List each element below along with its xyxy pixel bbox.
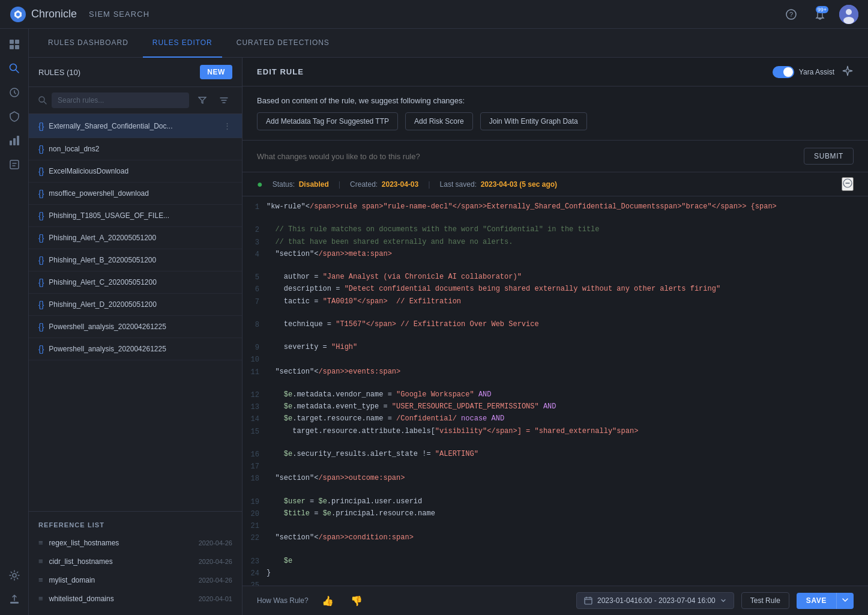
tab-rules-editor[interactable]: RULES EDITOR — [143, 29, 222, 58]
code-editor[interactable]: 1 "kw-rule"</span>>rule span>"rule-name-… — [243, 196, 868, 586]
ref-date-label: 2020-04-26 — [199, 539, 232, 547]
rule-brace-icon: {} — [38, 300, 44, 309]
code-line: 10 — [243, 354, 868, 366]
rule-name-label: msoffice_powershell_download — [49, 189, 232, 198]
rule-item[interactable]: {} Powershell_analysis_202004261225 — [29, 316, 242, 338]
rule-item[interactable]: {} Powershell_analysis_202004261225 — [29, 338, 242, 360]
rule-brace-icon: {} — [38, 166, 44, 176]
rule-name-label: Phishing_T1805_USAGE_OF_FILE... — [49, 211, 232, 220]
code-line: 7 tactic = "TA0010"</span> // Exfiltrati… — [243, 296, 868, 319]
bottom-bar: How Was Rule? 👍 👎 2023-01-0416:00 - 2023… — [243, 586, 868, 615]
suggestion-btn-risk[interactable]: Add Risk Score — [405, 112, 473, 130]
test-rule-button[interactable]: Test Rule — [741, 592, 789, 609]
status-collapse-button[interactable] — [842, 177, 854, 191]
sidebar-search-btn[interactable] — [4, 58, 25, 79]
sidebar-dashboard-btn[interactable] — [4, 130, 25, 151]
line-content: "kw-rule"</span>>rule span>"rule-name-de… — [267, 201, 868, 224]
rule-brace-icon: {} — [38, 144, 44, 154]
chronicle-logo-icon — [10, 6, 26, 23]
sidebar-upload-btn[interactable] — [4, 589, 25, 610]
rule-item[interactable]: {} Phishing_Alert_D_202005051200 — [29, 294, 242, 316]
feedback-label: How Was Rule? — [257, 596, 309, 605]
rule-name-label: non_local_dns2 — [49, 145, 232, 153]
rule-item[interactable]: {} Externally_Shared_Confidential_Doc...… — [29, 114, 242, 138]
sidebar-home-btn[interactable] — [4, 34, 25, 55]
code-line: 11 "section"</span>>events:span> — [243, 366, 868, 389]
help-button[interactable]: ? — [782, 5, 801, 24]
line-number: 25 — [243, 580, 267, 586]
ref-date-label: 2020-04-26 — [199, 558, 232, 565]
code-line: 4 "section"</span>>meta:span> — [243, 249, 868, 271]
code-line: 18 "section"</span>>outcome:span> — [243, 473, 868, 495]
rule-item[interactable]: {} Phishing_Alert_B_202005051200 — [29, 249, 242, 271]
rule-item[interactable]: {} Phishing_Alert_A_202005051200 — [29, 227, 242, 249]
rule-item[interactable]: {} non_local_dns2 — [29, 138, 242, 160]
list-icon: ≡ — [38, 538, 43, 547]
line-content: severity = "High" — [267, 342, 868, 353]
sidebar-settings-btn[interactable] — [4, 565, 25, 586]
tab-bar: RULES DASHBOARD RULES EDITOR CURATED DET… — [29, 29, 868, 58]
submit-button[interactable]: SUBMIT — [804, 148, 854, 165]
rule-name-label: Phishing_Alert_D_202005051200 — [49, 300, 232, 309]
tab-rules-dashboard[interactable]: RULES DASHBOARD — [38, 29, 138, 58]
rules-header: RULES (10) NEW — [29, 58, 242, 87]
suggestion-btn-entity[interactable]: Join With Entity Graph Data — [480, 112, 587, 130]
notifications-button[interactable]: 99+ — [810, 5, 830, 24]
list-icon: ≡ — [38, 594, 43, 603]
line-number: 21 — [243, 520, 267, 532]
chat-input[interactable] — [257, 152, 797, 161]
svg-point-6 — [843, 17, 854, 24]
line-number: 16 — [243, 449, 267, 461]
ref-item[interactable]: ≡ cidr_list_hostnames 2020-04-26 — [29, 552, 242, 571]
sidebar-rules-btn[interactable] — [4, 154, 25, 175]
code-line: 5 author = "Jane Analyst (via Chronicle … — [243, 271, 868, 283]
tab-curated-detections[interactable]: CURATED DETECTIONS — [227, 29, 339, 58]
search-input[interactable] — [52, 92, 189, 108]
ref-item[interactable]: ≡ regex_list_hostnames 2020-04-26 — [29, 533, 242, 552]
yara-assist-label: Yara Assist — [799, 68, 834, 76]
line-content: tactic = "TA0010"</span> // Exfiltration — [267, 296, 868, 319]
new-rule-button[interactable]: NEW — [200, 65, 232, 79]
line-number: 12 — [243, 389, 267, 401]
line-number: 22 — [243, 532, 267, 544]
sparkle-button[interactable] — [842, 65, 854, 79]
ref-item[interactable]: ≡ mylist_domain 2020-04-26 — [29, 571, 242, 589]
line-number: 17 — [243, 461, 267, 473]
line-number: 4 — [243, 249, 267, 261]
rule-brace-icon: {} — [38, 322, 44, 332]
suggestion-btn-ttp[interactable]: Add Metadata Tag For Suggested TTP — [257, 112, 398, 130]
code-line: 20 $title = $e.principal.resource.name — [243, 508, 868, 520]
sidebar-detect-btn[interactable] — [4, 106, 25, 127]
status-text: Status: Disabled — [273, 180, 329, 189]
edit-rule-label: EDIT RULE — [257, 67, 304, 76]
rule-item[interactable]: {} Phishing_Alert_C_202005051200 — [29, 271, 242, 294]
rule-menu-button[interactable]: ⋮ — [222, 120, 232, 132]
rule-item[interactable]: {} Phishing_T1805_USAGE_OF_FILE... — [29, 205, 242, 227]
rule-brace-icon: {} — [38, 255, 44, 265]
yara-assist-toggle[interactable] — [773, 66, 794, 78]
created-value: 2023-04-03 — [382, 180, 418, 189]
filter-button[interactable] — [194, 92, 211, 109]
rule-brace-icon: {} — [38, 277, 44, 287]
ref-date-label: 2020-04-26 — [199, 577, 232, 584]
rule-item[interactable]: {} ExcelMaliciousDownload — [29, 160, 242, 183]
svg-rect-7 — [10, 40, 14, 44]
ref-name-label: cidr_list_hostnames — [49, 557, 193, 566]
code-line: 1 "kw-rule"</span>>rule span>"rule-name-… — [243, 201, 868, 224]
last-saved-text: Last saved: 2023-04-03 (5 sec ago) — [440, 180, 557, 189]
save-dropdown-button[interactable] — [836, 593, 854, 609]
code-line: 12 $e.metadata.vendor_name = "Google Wor… — [243, 389, 868, 401]
sort-button[interactable] — [215, 92, 232, 109]
thumbdown-button[interactable]: 👎 — [347, 594, 366, 608]
code-line: 24 } — [243, 568, 868, 580]
avatar[interactable] — [839, 5, 858, 24]
save-button[interactable]: SAVE — [797, 593, 836, 609]
content-area: RULES DASHBOARD RULES EDITOR CURATED DET… — [29, 29, 868, 615]
topbar-title: SIEM SEARCH — [89, 10, 149, 19]
ref-item[interactable]: ≡ whitelisted_domains 2020-04-01 — [29, 589, 242, 608]
date-range-button[interactable]: 2023-01-0416:00 - 2023-07-04 16:00 — [576, 592, 734, 609]
thumbup-button[interactable]: 👍 — [318, 594, 337, 608]
sidebar-investigate-btn[interactable] — [4, 82, 25, 103]
last-saved-label: Last saved: — [440, 180, 477, 189]
rule-item[interactable]: {} msoffice_powershell_download — [29, 183, 242, 205]
